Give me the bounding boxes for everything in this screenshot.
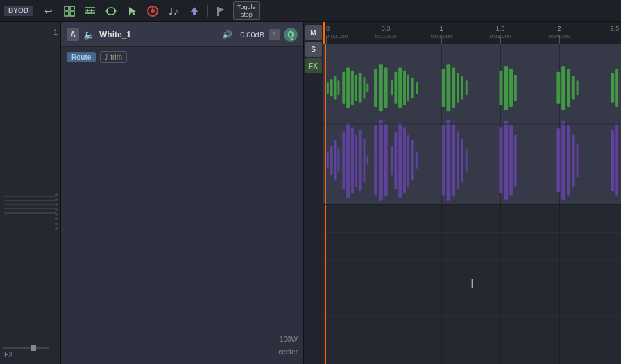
track-vol: 100W [280,336,298,343]
svg-rect-63 [359,130,362,191]
svg-rect-39 [446,64,450,111]
svg-rect-1 [70,6,74,10]
svg-rect-42 [461,76,463,99]
svg-rect-46 [509,69,513,107]
svg-rect-60 [346,123,350,198]
volume-fader[interactable] [3,347,49,349]
svg-rect-80 [461,139,463,182]
undo-btn[interactable]: ↩ [40,3,58,19]
track-header: A 🔈 White_1 🔊 0.00dB ⋮ Q [61,22,303,47]
grid-btn[interactable] [60,3,78,19]
arrowup-btn[interactable] [185,3,203,19]
svg-rect-84 [509,125,513,195]
loop-btn[interactable] [102,3,120,19]
svg-rect-67 [379,120,383,201]
sidebar-dot [55,203,58,206]
solo-button[interactable]: S [305,42,322,57]
svg-rect-82 [500,127,503,193]
svg-rect-65 [366,156,368,165]
svg-rect-85 [514,135,517,187]
music-btn[interactable]: ♩♪ [164,3,182,19]
svg-rect-56 [330,146,333,175]
mini-fader-line-4 [4,208,56,209]
svg-rect-70 [394,131,397,189]
waveform-track[interactable] [323,44,621,205]
sidebar-dot [55,223,58,225]
svg-rect-76 [442,125,445,195]
ruler-tick-03 [386,35,386,44]
ruler-label-13: 1.3 [496,25,505,32]
svg-rect-66 [374,125,377,195]
knob-btn[interactable] [144,3,162,19]
waveform-area: 0 0:00.000 0.3 0:01.000 1 0:02.000 1.3 0… [323,22,621,364]
ruler-tick-25 [615,35,615,44]
svg-rect-44 [500,71,503,105]
mini-fader-line-1 [4,196,56,197]
trim-button[interactable]: ⤴ trim [100,51,127,63]
svg-rect-18 [330,79,333,96]
svg-rect-45 [504,66,508,110]
svg-rect-38 [442,69,445,107]
byod-label: BYOD [4,6,33,16]
ruler-label-03: 0.3 [382,25,391,32]
mute-button[interactable]: M [305,25,322,40]
svg-rect-57 [334,140,337,181]
fx-label-text: FX [4,351,13,358]
svg-rect-0 [65,6,69,10]
toolbar-separator [207,5,208,17]
svg-rect-69 [391,146,393,175]
toggle-stop-btn[interactable]: Toggle stop [233,1,260,21]
svg-rect-59 [342,131,345,189]
svg-rect-22 [346,67,350,108]
track-number-area: 1 [0,22,60,175]
route-button[interactable]: Route [67,52,96,62]
fx-button[interactable]: FX [305,58,322,73]
svg-rect-17 [327,82,329,94]
svg-rect-79 [457,131,459,189]
flag-btn[interactable] [212,3,230,19]
cursor-btn[interactable] [123,3,141,19]
svg-rect-47 [514,75,517,101]
svg-rect-54 [615,69,618,107]
track-name[interactable]: White_1 [99,30,218,40]
svg-rect-92 [615,125,618,195]
track-sub-controls: Route ⤴ trim [61,47,303,67]
svg-rect-51 [572,76,575,99]
track-q-btn[interactable]: Q [284,28,298,42]
svg-rect-52 [577,80,579,95]
track-type-icon: A [67,28,79,41]
playhead-ruler [323,22,325,44]
svg-rect-2 [65,12,69,16]
svg-rect-81 [466,149,468,172]
mini-fader-line-5 [4,212,56,214]
empty-area[interactable]: I [323,205,621,364]
svg-rect-32 [394,72,397,104]
mfx-buttons: M S FX [304,22,323,364]
svg-rect-31 [391,80,393,95]
empty-grid-03 [386,205,386,364]
sidebar-dot [55,213,58,216]
svg-rect-86 [556,128,560,192]
empty-grid-1 [441,205,442,364]
fader-handle[interactable] [31,345,36,351]
i-beam-cursor: I [470,277,474,292]
sidebar-dot [55,218,58,220]
playhead-empty [325,205,326,364]
svg-rect-49 [561,66,565,110]
empty-h-line [323,315,621,316]
left-sidebar: 1 FX [0,22,61,364]
svg-rect-83 [504,121,508,200]
toolbar: BYOD ↩ ♩♪ Toggle stop [0,0,621,22]
track-menu-btn[interactable]: ⋮ [269,29,280,40]
timeline-ruler: 0 0:00.000 0.3 0:01.000 1 0:02.000 1.3 0… [323,22,621,44]
svg-rect-40 [452,67,455,108]
lines-btn[interactable] [81,3,99,19]
svg-rect-23 [351,71,354,105]
ruler-label-25: 2.5 [611,25,620,32]
fx-label-bottom[interactable]: FX [4,350,13,358]
ruler-tick-2 [559,35,560,44]
svg-rect-43 [466,80,468,95]
svg-rect-19 [334,76,337,99]
empty-grid-13 [500,205,501,364]
sidebar-dot [55,193,58,196]
